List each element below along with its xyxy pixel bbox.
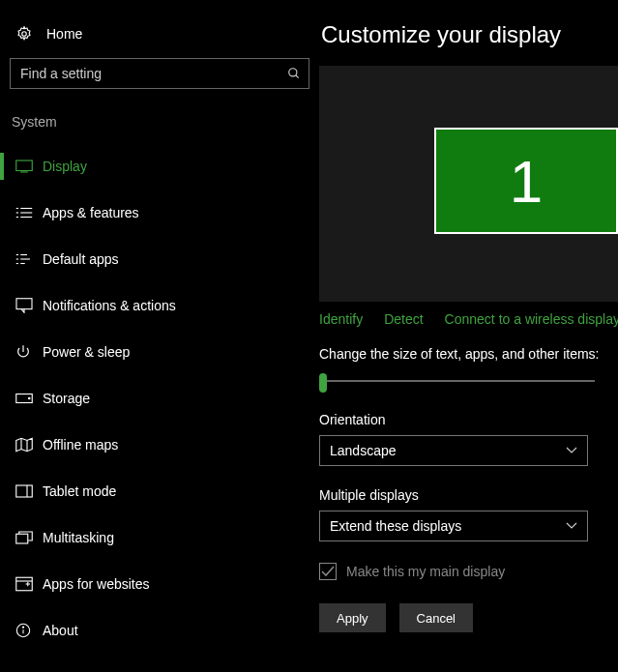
page-title: Customize your display (319, 21, 618, 48)
nav-label: Power & sleep (43, 344, 130, 360)
identify-link[interactable]: Identify (319, 311, 363, 327)
nav-label: About (43, 623, 78, 638)
home-button[interactable]: Home (0, 17, 319, 58)
nav-label: Offline maps (43, 437, 118, 453)
nav-item-offline-maps[interactable]: Offline maps (0, 422, 319, 468)
nav-item-default-apps[interactable]: Default apps (0, 236, 319, 282)
multiple-displays-label: Multiple displays (319, 487, 618, 503)
nav-item-storage[interactable]: Storage (0, 375, 319, 422)
svg-point-19 (29, 397, 31, 399)
search-icon (287, 67, 301, 80)
main-content: Customize your display 1 Identify Detect… (319, 0, 618, 672)
scale-slider[interactable] (319, 371, 595, 391)
main-display-checkbox-row: Make this my main display (319, 563, 618, 580)
multitasking-icon (15, 531, 43, 544)
multiple-displays-value: Extend these displays (330, 518, 461, 534)
settings-sidebar: Home System Display Apps & features (0, 0, 319, 672)
gear-icon (15, 25, 41, 43)
nav-label: Apps & features (43, 205, 139, 220)
nav-item-tablet-mode[interactable]: Tablet mode (0, 468, 319, 514)
nav-label: Display (43, 159, 87, 174)
nav-item-power-sleep[interactable]: Power & sleep (0, 329, 319, 375)
nav-item-about[interactable]: About (0, 607, 319, 654)
nav-label: Default apps (43, 251, 119, 267)
svg-point-0 (22, 32, 27, 37)
display-links: Identify Detect Connect to a wireless di… (319, 311, 618, 327)
search-box[interactable] (10, 58, 309, 89)
svg-rect-3 (16, 161, 33, 171)
orientation-value: Landscape (330, 443, 397, 458)
apply-button[interactable]: Apply (319, 603, 386, 632)
tablet-icon (15, 484, 43, 498)
display-preview[interactable]: 1 (319, 66, 618, 302)
section-title: System (0, 106, 319, 143)
display-icon (15, 160, 43, 173)
orientation-label: Orientation (319, 412, 618, 427)
nav-item-display[interactable]: Display (0, 143, 319, 190)
nav-label: Storage (43, 391, 90, 406)
map-icon (15, 437, 43, 453)
svg-rect-17 (16, 299, 32, 309)
svg-point-1 (289, 69, 297, 76)
nav-item-apps-websites[interactable]: Apps for websites (0, 561, 319, 607)
wireless-display-link[interactable]: Connect to a wireless display (445, 311, 618, 327)
svg-rect-24 (16, 534, 28, 543)
cancel-button[interactable]: Cancel (399, 603, 473, 632)
scale-label: Change the size of text, apps, and other… (319, 346, 618, 362)
nav-label: Multitasking (43, 530, 114, 545)
svg-line-2 (296, 75, 299, 78)
chevron-down-icon (566, 522, 577, 530)
nav-label: Apps for websites (43, 576, 150, 592)
nav-list: Display Apps & features Default apps Not… (0, 143, 319, 654)
storage-icon (15, 393, 43, 404)
nav-item-notifications[interactable]: Notifications & actions (0, 282, 319, 329)
svg-point-29 (22, 627, 23, 628)
info-icon (15, 623, 43, 638)
svg-rect-22 (16, 485, 33, 497)
nav-item-apps-features[interactable]: Apps & features (0, 190, 319, 236)
main-display-label: Make this my main display (346, 564, 505, 579)
detect-link[interactable]: Detect (384, 311, 423, 327)
action-buttons: Apply Cancel (319, 603, 618, 632)
apps-websites-icon (15, 576, 43, 592)
power-icon (15, 344, 43, 360)
nav-label: Tablet mode (43, 483, 116, 499)
defaults-icon (15, 252, 43, 266)
main-display-checkbox (319, 563, 337, 580)
nav-label: Notifications & actions (43, 298, 176, 313)
slider-thumb[interactable] (319, 373, 327, 393)
orientation-dropdown[interactable]: Landscape (319, 435, 588, 466)
home-label: Home (46, 26, 82, 42)
search-input[interactable] (20, 66, 287, 81)
nav-item-multitasking[interactable]: Multitasking (0, 514, 319, 561)
notification-icon (15, 298, 43, 313)
slider-track (319, 380, 595, 382)
monitor-number: 1 (510, 147, 543, 216)
monitor-1[interactable]: 1 (434, 128, 618, 234)
multiple-displays-dropdown[interactable]: Extend these displays (319, 511, 588, 541)
list-icon (15, 206, 43, 219)
chevron-down-icon (566, 447, 577, 454)
